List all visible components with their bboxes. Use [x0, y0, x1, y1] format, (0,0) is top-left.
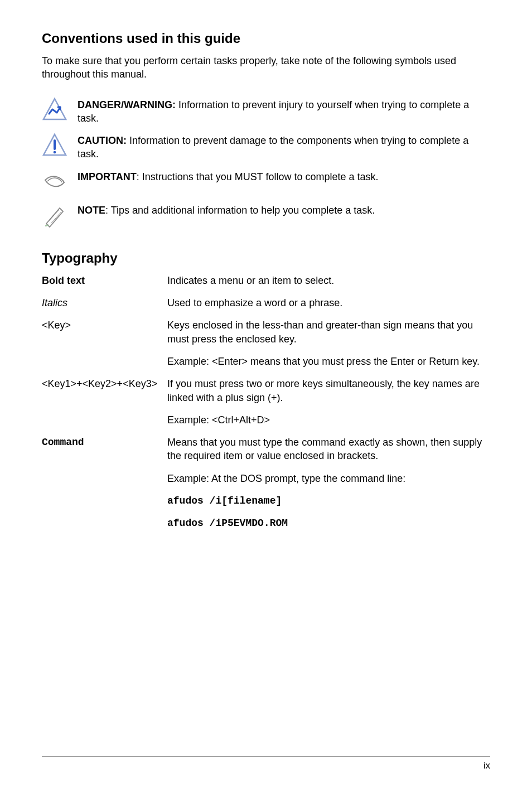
desc-keycombo-1: If you must press two or more keys simul… [167, 377, 490, 404]
term-command: Command [42, 436, 167, 530]
page-footer: ix [42, 756, 490, 771]
svg-point-3 [54, 151, 56, 154]
important-icon [42, 169, 67, 195]
term-italics: Italics [42, 296, 167, 310]
callout-danger: DANGER/WARNING: Information to prevent i… [42, 97, 490, 125]
note-label: NOTE [78, 205, 105, 216]
important-label: IMPORTANT [78, 171, 137, 182]
desc-key-1: Keys enclosed in the less-than and great… [167, 318, 490, 346]
term-keycombo: <Key1>+<Key2>+<Key3> [42, 377, 167, 427]
typo-row-italics: Italics Used to emphasize a word or a ph… [42, 296, 490, 310]
typo-row-key: <Key> Keys enclosed in the less-than and… [42, 318, 490, 368]
callouts-list: DANGER/WARNING: Information to prevent i… [42, 97, 490, 228]
important-body: : Instructions that you MUST follow to c… [137, 171, 379, 182]
term-key: <Key> [42, 318, 167, 368]
callout-note: NOTE: Tips and additional information to… [42, 202, 490, 228]
desc-key: Keys enclosed in the less-than and great… [167, 318, 490, 368]
typo-row-keycombo: <Key1>+<Key2>+<Key3> If you must press t… [42, 377, 490, 427]
intro-paragraph: To make sure that you perform certain ta… [42, 54, 490, 81]
desc-command-2: Example: At the DOS prompt, type the com… [167, 472, 490, 485]
callout-important: IMPORTANT: Instructions that you MUST fo… [42, 169, 490, 195]
desc-command-code1: afudos /i[filename] [167, 494, 490, 508]
desc-command: Means that you must type the command exa… [167, 436, 490, 530]
svg-marker-0 [43, 99, 66, 119]
note-icon [42, 202, 67, 228]
desc-command-code2: afudos /iP5EVMDO.ROM [167, 516, 490, 530]
desc-italics: Used to emphasize a word or a phrase. [167, 296, 490, 310]
desc-command-1: Means that you must type the command exa… [167, 436, 490, 463]
callout-important-text: IMPORTANT: Instructions that you MUST fo… [78, 169, 379, 183]
callout-note-text: NOTE: Tips and additional information to… [78, 202, 375, 217]
desc-key-2: Example: <Enter> means that you must pre… [167, 355, 490, 368]
desc-keycombo: If you must press two or more keys simul… [167, 377, 490, 427]
callout-caution: CAUTION: Information to prevent damage t… [42, 133, 490, 161]
typo-row-bold: Bold text Indicates a menu or an item to… [42, 274, 490, 287]
note-body: : Tips and additional information to hel… [105, 205, 375, 216]
danger-label: DANGER/WARNING: [78, 99, 176, 110]
typography-section: Typography Bold text Indicates a menu or… [42, 250, 490, 530]
caution-label: CAUTION: [78, 135, 127, 146]
danger-warning-icon [42, 97, 67, 123]
caution-icon [42, 133, 67, 158]
heading-conventions: Conventions used in this guide [42, 31, 490, 46]
caution-body: Information to prevent damage to the com… [78, 135, 468, 160]
desc-keycombo-2: Example: <Ctrl+Alt+D> [167, 413, 490, 427]
desc-bold-text: Indicates a menu or an item to select. [167, 274, 490, 287]
page-number: ix [483, 760, 490, 771]
callout-caution-text: CAUTION: Information to prevent damage t… [78, 133, 490, 161]
typo-row-command: Command Means that you must type the com… [42, 436, 490, 530]
heading-typography: Typography [42, 250, 490, 266]
term-bold-text: Bold text [42, 274, 167, 287]
callout-danger-text: DANGER/WARNING: Information to prevent i… [78, 97, 490, 125]
